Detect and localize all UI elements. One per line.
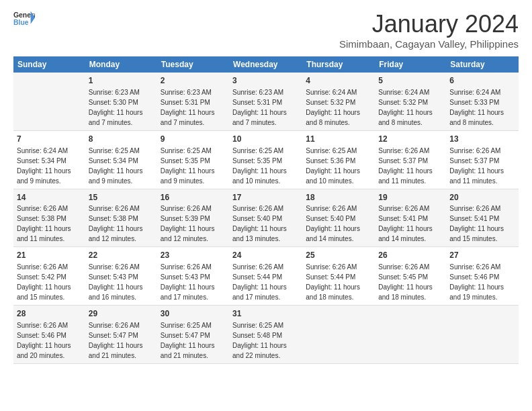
cell-sunrise: Sunrise: 6:26 AM xyxy=(449,205,500,212)
cell-sunset: Sunset: 5:33 PM xyxy=(449,99,499,106)
cell-sunset: Sunset: 5:32 PM xyxy=(306,99,355,106)
cell-sunrise: Sunrise: 6:26 AM xyxy=(89,205,140,212)
cell-sunset: Sunset: 5:36 PM xyxy=(306,157,355,165)
day-number: 19 xyxy=(378,192,443,203)
cell-sunset: Sunset: 5:46 PM xyxy=(449,273,499,281)
cell-daylight: Daylight: 11 hours and 17 minutes. xyxy=(232,283,287,301)
cell-w1-d2: 2Sunrise: 6:23 AMSunset: 5:31 PMDaylight… xyxy=(157,73,229,130)
cell-sunset: Sunset: 5:37 PM xyxy=(449,157,499,165)
day-number: 22 xyxy=(89,250,154,261)
cell-w3-d6: 20Sunrise: 6:26 AMSunset: 5:41 PMDayligh… xyxy=(446,189,519,247)
cell-w3-d1: 15Sunrise: 6:26 AMSunset: 5:38 PMDayligh… xyxy=(85,189,157,247)
col-wednesday: Wednesday xyxy=(229,56,302,73)
cell-sunrise: Sunrise: 6:26 AM xyxy=(378,147,429,154)
cell-daylight: Daylight: 11 hours and 15 minutes. xyxy=(17,283,71,301)
day-number: 9 xyxy=(161,134,226,145)
cell-sunrise: Sunrise: 6:25 AM xyxy=(161,147,212,154)
cell-w4-d6: 27Sunrise: 6:26 AMSunset: 5:46 PMDayligh… xyxy=(446,247,519,306)
day-number: 20 xyxy=(449,192,515,203)
day-number: 31 xyxy=(232,308,299,320)
week-row-5: 28Sunrise: 6:26 AMSunset: 5:46 PMDayligh… xyxy=(13,306,519,364)
cell-sunset: Sunset: 5:39 PM xyxy=(161,215,210,222)
cell-sunrise: Sunrise: 6:26 AM xyxy=(17,263,68,271)
day-number: 14 xyxy=(17,192,82,203)
cell-daylight: Daylight: 11 hours and 12 minutes. xyxy=(161,225,215,242)
cell-daylight: Daylight: 11 hours and 9 minutes. xyxy=(89,167,143,185)
day-number: 21 xyxy=(17,250,82,261)
day-number: 1 xyxy=(89,75,154,87)
cell-sunset: Sunset: 5:42 PM xyxy=(17,273,66,281)
day-number: 6 xyxy=(449,75,515,87)
day-number: 17 xyxy=(232,192,299,203)
cell-sunset: Sunset: 5:47 PM xyxy=(161,332,210,339)
cell-sunrise: Sunrise: 6:26 AM xyxy=(306,205,357,212)
cell-sunrise: Sunrise: 6:23 AM xyxy=(89,89,140,96)
cell-sunrise: Sunrise: 6:24 AM xyxy=(378,89,429,96)
cell-sunset: Sunset: 5:41 PM xyxy=(449,215,499,222)
cell-daylight: Daylight: 11 hours and 21 minutes. xyxy=(89,342,143,359)
col-friday: Friday xyxy=(375,56,446,73)
cell-daylight: Daylight: 11 hours and 12 minutes. xyxy=(89,225,143,242)
cell-sunset: Sunset: 5:46 PM xyxy=(17,332,66,339)
cell-w5-d4 xyxy=(302,306,375,364)
cell-w2-d1: 8Sunrise: 6:25 AMSunset: 5:34 PMDaylight… xyxy=(85,130,157,189)
cell-daylight: Daylight: 11 hours and 11 minutes. xyxy=(17,225,71,242)
cell-w5-d3: 31Sunrise: 6:25 AMSunset: 5:48 PMDayligh… xyxy=(229,306,302,364)
cell-daylight: Daylight: 11 hours and 7 minutes. xyxy=(161,109,215,126)
cell-w5-d0: 28Sunrise: 6:26 AMSunset: 5:46 PMDayligh… xyxy=(13,306,85,364)
cell-w1-d1: 1Sunrise: 6:23 AMSunset: 5:30 PMDaylight… xyxy=(85,73,157,130)
cell-w4-d5: 26Sunrise: 6:26 AMSunset: 5:45 PMDayligh… xyxy=(375,247,446,306)
cell-daylight: Daylight: 11 hours and 8 minutes. xyxy=(306,109,360,126)
cell-w2-d5: 12Sunrise: 6:26 AMSunset: 5:37 PMDayligh… xyxy=(375,130,446,189)
day-number: 2 xyxy=(161,75,226,87)
cell-sunrise: Sunrise: 6:26 AM xyxy=(232,263,283,271)
header-row: Sunday Monday Tuesday Wednesday Thursday… xyxy=(13,56,519,73)
day-number: 11 xyxy=(306,134,371,145)
day-number: 8 xyxy=(89,134,154,145)
cell-daylight: Daylight: 11 hours and 14 minutes. xyxy=(378,225,433,242)
cell-w5-d5 xyxy=(375,306,446,364)
cell-daylight: Daylight: 11 hours and 10 minutes. xyxy=(232,167,287,185)
cell-w2-d4: 11Sunrise: 6:25 AMSunset: 5:36 PMDayligh… xyxy=(302,130,375,189)
week-row-3: 14Sunrise: 6:26 AMSunset: 5:38 PMDayligh… xyxy=(13,189,519,247)
cell-daylight: Daylight: 11 hours and 16 minutes. xyxy=(89,283,143,301)
cell-sunrise: Sunrise: 6:26 AM xyxy=(449,147,500,154)
cell-daylight: Daylight: 11 hours and 17 minutes. xyxy=(161,283,215,301)
day-number: 26 xyxy=(378,250,443,261)
day-number: 23 xyxy=(161,250,226,261)
cell-w1-d0 xyxy=(13,73,85,130)
cell-sunrise: Sunrise: 6:25 AM xyxy=(161,322,212,329)
cell-daylight: Daylight: 11 hours and 15 minutes. xyxy=(449,225,504,242)
cell-sunset: Sunset: 5:47 PM xyxy=(89,332,138,339)
logo: General Blue xyxy=(13,10,35,29)
day-number: 29 xyxy=(89,308,154,320)
cell-w1-d6: 6Sunrise: 6:24 AMSunset: 5:33 PMDaylight… xyxy=(446,73,519,130)
col-monday: Monday xyxy=(85,56,157,73)
cell-sunset: Sunset: 5:41 PM xyxy=(378,215,428,222)
week-row-2: 7Sunrise: 6:24 AMSunset: 5:34 PMDaylight… xyxy=(13,130,519,189)
cell-sunset: Sunset: 5:44 PM xyxy=(232,273,282,281)
cell-sunrise: Sunrise: 6:26 AM xyxy=(378,263,429,271)
cell-sunrise: Sunrise: 6:26 AM xyxy=(161,205,212,212)
day-number: 5 xyxy=(378,75,443,87)
calendar-table: Sunday Monday Tuesday Wednesday Thursday… xyxy=(13,56,519,364)
cell-sunset: Sunset: 5:40 PM xyxy=(232,215,282,222)
cell-daylight: Daylight: 11 hours and 8 minutes. xyxy=(449,109,504,126)
day-number: 13 xyxy=(449,134,515,145)
cell-w3-d0: 14Sunrise: 6:26 AMSunset: 5:38 PMDayligh… xyxy=(13,189,85,247)
cell-sunrise: Sunrise: 6:26 AM xyxy=(89,322,140,329)
cell-sunrise: Sunrise: 6:26 AM xyxy=(306,263,357,271)
cell-daylight: Daylight: 11 hours and 9 minutes. xyxy=(17,167,71,185)
cell-sunset: Sunset: 5:48 PM xyxy=(232,332,282,339)
cell-w3-d5: 19Sunrise: 6:26 AMSunset: 5:41 PMDayligh… xyxy=(375,189,446,247)
cell-w2-d0: 7Sunrise: 6:24 AMSunset: 5:34 PMDaylight… xyxy=(13,130,85,189)
day-number: 15 xyxy=(89,192,154,203)
week-row-4: 21Sunrise: 6:26 AMSunset: 5:42 PMDayligh… xyxy=(13,247,519,306)
logo-icon: General Blue xyxy=(13,10,35,29)
cell-daylight: Daylight: 11 hours and 9 minutes. xyxy=(161,167,215,185)
cell-sunrise: Sunrise: 6:25 AM xyxy=(306,147,357,154)
svg-text:Blue: Blue xyxy=(13,19,29,26)
cell-sunset: Sunset: 5:35 PM xyxy=(232,157,282,165)
cell-sunset: Sunset: 5:38 PM xyxy=(17,215,66,222)
cell-w3-d3: 17Sunrise: 6:26 AMSunset: 5:40 PMDayligh… xyxy=(229,189,302,247)
